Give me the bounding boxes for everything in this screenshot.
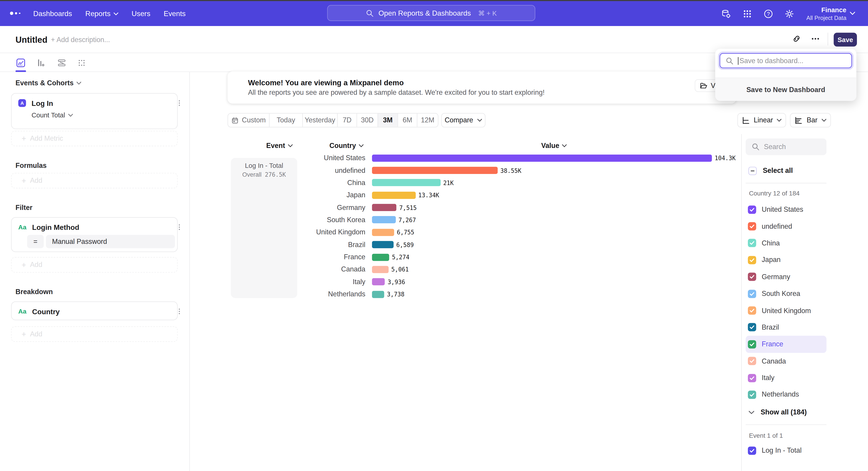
legend-item[interactable]: United States (746, 201, 827, 218)
range-button-custom[interactable]: Custom (228, 114, 269, 127)
column-header-event[interactable]: Event (231, 141, 293, 150)
legend-item[interactable]: South Korea (746, 285, 827, 302)
legend-checkbox[interactable] (748, 374, 756, 382)
range-button-today[interactable]: Today (269, 114, 302, 127)
add-metric-button[interactable]: + Add Metric (11, 131, 178, 146)
settings-gear-icon[interactable] (784, 8, 794, 19)
legend-item[interactable]: Brazil (746, 319, 827, 336)
breakdown-property-name[interactable]: Country (32, 307, 60, 316)
bar[interactable] (372, 154, 712, 161)
data-warehouse-icon[interactable] (721, 8, 731, 19)
tab-users[interactable] (75, 53, 88, 72)
legend-checkbox[interactable] (748, 446, 756, 455)
bar[interactable] (372, 167, 498, 174)
event-card[interactable]: A Log In Count Total (11, 93, 178, 129)
filter-operator[interactable]: = (27, 235, 43, 248)
column-header-value[interactable]: Value (372, 141, 736, 150)
help-icon[interactable]: ? (763, 8, 773, 19)
legend-search-input[interactable]: Search (746, 139, 827, 155)
bar[interactable] (372, 278, 385, 286)
bar[interactable] (372, 204, 397, 211)
bar-chart-row[interactable]: France5,274 (231, 251, 736, 263)
legend-checkbox[interactable] (748, 290, 756, 298)
tab-insights[interactable] (14, 53, 27, 72)
add-description-button[interactable]: + Add description... (51, 36, 110, 45)
range-button-12m[interactable]: 12M (417, 114, 438, 127)
save-to-dashboard-input[interactable]: Save to dashboard... (720, 53, 852, 68)
show-all-button[interactable]: Show all (184) (746, 406, 827, 419)
legend-checkbox[interactable] (748, 273, 756, 281)
event-kebab-icon[interactable] (176, 99, 183, 107)
legend-checkbox[interactable] (748, 390, 756, 399)
bar-chart-row[interactable]: South Korea7,267 (231, 214, 736, 226)
bar-chart-row[interactable]: Italy3,936 (231, 276, 736, 288)
range-button-6m[interactable]: 6M (397, 114, 417, 127)
nav-item-events[interactable]: Events (164, 9, 186, 18)
legend-item[interactable]: China (746, 235, 827, 252)
bar[interactable] (372, 216, 396, 224)
filter-card[interactable]: Aa Login Method = Manual Password (11, 217, 178, 252)
breakdown-kebab-icon[interactable] (176, 307, 183, 315)
bar-chart-row[interactable]: Netherlands3,738 (231, 288, 736, 300)
bar-chart-row[interactable]: Japan13.34K (231, 189, 736, 201)
chevron-down-icon[interactable] (850, 11, 855, 16)
column-header-country[interactable]: Country (302, 141, 364, 150)
apps-grid-icon[interactable] (742, 8, 752, 19)
legend-item[interactable]: undefined (746, 218, 827, 235)
report-title[interactable]: Untitled (16, 34, 48, 45)
add-filter-button[interactable]: + Add (11, 257, 178, 273)
save-to-new-dashboard-button[interactable]: Save to New Dashboard (715, 78, 856, 101)
breakdown-card[interactable]: Aa Country (11, 301, 178, 320)
range-button-yesterday[interactable]: Yesterday (302, 114, 337, 127)
legend-checkbox[interactable] (748, 323, 756, 332)
legend-item[interactable]: France (746, 336, 827, 352)
legend-checkbox[interactable] (748, 205, 756, 214)
range-button-3m[interactable]: 3M (377, 114, 397, 127)
range-button-30d[interactable]: 30D (356, 114, 377, 127)
mixpanel-logo-icon[interactable] (10, 11, 20, 15)
bar[interactable] (372, 266, 389, 273)
bar[interactable] (372, 192, 415, 199)
select-all-row[interactable]: Select all (746, 164, 827, 177)
chart-type-selector[interactable]: Bar (790, 113, 831, 127)
nav-item-users[interactable]: Users (131, 9, 150, 18)
add-formula-button[interactable]: + Add (11, 173, 178, 188)
scale-selector[interactable]: Linear (737, 113, 786, 127)
select-all-checkbox[interactable] (748, 167, 757, 175)
event-measure-selector[interactable]: Count Total (32, 111, 73, 119)
bar[interactable] (372, 229, 394, 236)
more-options-icon[interactable] (810, 34, 820, 44)
tab-funnels[interactable] (34, 53, 48, 72)
legend-item[interactable]: Japan (746, 252, 827, 268)
filter-value[interactable]: Manual Password (46, 235, 175, 248)
legend-checkbox[interactable] (748, 340, 756, 348)
share-link-icon[interactable] (792, 34, 802, 44)
bar-chart-row[interactable]: United States104.3K (231, 152, 736, 164)
bar-chart-row[interactable]: Brazil6,589 (231, 238, 736, 251)
legend-item[interactable]: Germany (746, 268, 827, 285)
compare-button[interactable]: Compare (441, 113, 486, 127)
legend-item[interactable]: Log In - Total (746, 442, 827, 459)
legend-checkbox[interactable] (748, 357, 756, 365)
legend-item[interactable]: Netherlands (746, 386, 827, 403)
project-selector[interactable]: Finance All Project Data (800, 1, 846, 26)
filter-kebab-icon[interactable] (176, 223, 183, 231)
bar[interactable] (372, 179, 440, 186)
legend-checkbox[interactable] (748, 256, 756, 264)
bar-chart-row[interactable]: Canada5,061 (231, 263, 736, 276)
legend-item[interactable]: Canada (746, 353, 827, 370)
filter-property-name[interactable]: Login Method (32, 223, 79, 232)
bar[interactable] (372, 291, 384, 298)
nav-item-dashboards[interactable]: Dashboards (33, 9, 72, 18)
bar-chart-row[interactable]: United Kingdom6,755 (231, 226, 736, 239)
bar[interactable] (372, 254, 389, 261)
legend-checkbox[interactable] (748, 306, 756, 315)
bar-chart-row[interactable]: China21K (231, 177, 736, 189)
add-breakdown-button[interactable]: + Add (11, 326, 178, 342)
legend-item[interactable]: Italy (746, 370, 827, 386)
tab-flows[interactable] (55, 53, 68, 72)
legend-checkbox[interactable] (748, 239, 756, 247)
nav-item-reports[interactable]: Reports (85, 9, 118, 18)
event-name[interactable]: Log In (32, 99, 53, 108)
bar-chart-row[interactable]: Germany7,515 (231, 201, 736, 214)
